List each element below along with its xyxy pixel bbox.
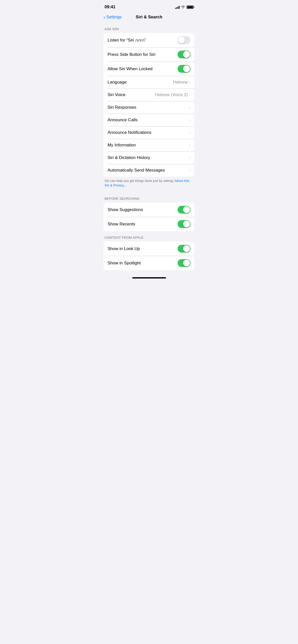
allow-when-locked-label: Allow Siri When Locked xyxy=(108,66,178,71)
allow-when-locked-row[interactable]: Allow Siri When Locked xyxy=(104,62,194,76)
siri-dictation-history-row[interactable]: Siri & Dictation History › xyxy=(104,151,194,164)
toggle-knob xyxy=(183,260,190,266)
show-in-look-up-label: Show in Look Up xyxy=(108,246,178,251)
signal-bar-2 xyxy=(176,7,177,9)
toggle-knob xyxy=(183,245,190,252)
show-suggestions-toggle[interactable] xyxy=(178,206,190,214)
signal-bars-icon xyxy=(175,6,180,9)
show-in-look-up-toggle[interactable] xyxy=(178,245,190,253)
content-from-apple-card: Show in Look Up Show in Spotlight xyxy=(104,242,194,270)
nav-header: ‹ Settings Siri & Search xyxy=(100,13,198,23)
battery-fill xyxy=(187,6,193,8)
show-suggestions-row[interactable]: Show Suggestions xyxy=(104,203,194,217)
toggle-knob xyxy=(178,37,185,44)
back-chevron-icon: ‹ xyxy=(104,14,105,20)
show-recents-label: Show Recents xyxy=(108,222,178,227)
language-row[interactable]: Language Hebrew › xyxy=(104,76,194,89)
language-chevron-icon: › xyxy=(189,80,190,84)
toggle-knob xyxy=(183,206,190,213)
auto-send-messages-row[interactable]: Automatically Send Messages › xyxy=(104,164,194,177)
ask-siri-card: Listen for “Siri היהה” Press Side Button… xyxy=(104,33,194,177)
auto-send-messages-label: Automatically Send Messages xyxy=(108,168,189,173)
show-suggestions-label: Show Suggestions xyxy=(108,207,178,212)
battery-icon xyxy=(187,6,193,9)
language-value: Hebrew xyxy=(173,80,188,85)
press-side-button-toggle[interactable] xyxy=(178,51,190,58)
ask-siri-footer: Siri can help you get things done just b… xyxy=(100,177,198,192)
announce-notifications-row[interactable]: Announce Notifications › xyxy=(104,126,194,139)
back-button[interactable]: ‹ Settings xyxy=(104,14,122,20)
siri-responses-label: Siri Responses xyxy=(108,105,189,110)
show-in-spotlight-toggle[interactable] xyxy=(178,259,190,267)
siri-voice-row[interactable]: Siri Voice Hebrew (Voice 2) › xyxy=(104,89,194,101)
my-information-row[interactable]: My Information › xyxy=(104,139,194,151)
show-in-spotlight-row[interactable]: Show in Spotlight xyxy=(104,256,194,270)
auto-send-messages-chevron-icon: › xyxy=(189,168,190,172)
language-label: Language xyxy=(108,80,173,85)
announce-calls-label: Announce Calls xyxy=(108,117,189,123)
siri-dictation-history-chevron-icon: › xyxy=(189,156,190,160)
section-header-before-searching: BEFORE SEARCHING xyxy=(100,192,198,203)
listen-for-siri-label: Listen for “Siri היהה” xyxy=(108,37,178,43)
siri-voice-label: Siri Voice xyxy=(108,92,155,97)
siri-dictation-history-label: Siri & Dictation History xyxy=(108,155,189,160)
siri-responses-row[interactable]: Siri Responses › xyxy=(104,101,194,114)
show-in-spotlight-label: Show in Spotlight xyxy=(108,261,178,266)
show-recents-row[interactable]: Show Recents xyxy=(104,217,194,231)
announce-calls-chevron-icon: › xyxy=(189,118,190,122)
announce-notifications-label: Announce Notifications xyxy=(108,130,189,135)
announce-calls-row[interactable]: Announce Calls › xyxy=(104,114,194,126)
siri-responses-chevron-icon: › xyxy=(189,105,190,109)
toggle-knob xyxy=(183,51,190,58)
show-in-look-up-row[interactable]: Show in Look Up xyxy=(104,242,194,256)
press-side-button-row[interactable]: Press Side Button for Siri xyxy=(104,47,194,62)
home-indicator xyxy=(100,275,198,279)
signal-bar-3 xyxy=(178,7,178,9)
wifi-icon xyxy=(181,6,185,9)
allow-when-locked-toggle[interactable] xyxy=(178,65,190,73)
before-searching-card: Show Suggestions Show Recents xyxy=(104,203,194,231)
my-information-label: My Information xyxy=(108,143,189,148)
toggle-knob xyxy=(183,221,190,227)
toggle-knob xyxy=(183,65,190,72)
siri-voice-chevron-icon: › xyxy=(189,93,190,97)
show-recents-toggle[interactable] xyxy=(178,220,190,228)
listen-for-siri-toggle[interactable] xyxy=(178,36,190,44)
home-indicator-bar xyxy=(132,277,166,278)
status-time: 09:41 xyxy=(105,5,115,10)
section-header-content-from-apple: CONTENT FROM APPLE xyxy=(100,231,198,242)
my-information-chevron-icon: › xyxy=(189,143,190,147)
status-bar: 09:41 xyxy=(100,0,198,13)
signal-bar-1 xyxy=(175,8,176,9)
announce-notifications-chevron-icon: › xyxy=(189,131,190,135)
press-side-button-label: Press Side Button for Siri xyxy=(108,52,178,57)
section-header-ask-siri: ASK SIRI xyxy=(100,23,198,33)
signal-bar-4 xyxy=(179,6,180,9)
status-icons xyxy=(175,6,193,9)
page-title: Siri & Search xyxy=(136,15,162,20)
listen-for-siri-row[interactable]: Listen for “Siri היהה” xyxy=(104,33,194,47)
siri-voice-value: Hebrew (Voice 2) xyxy=(155,92,188,97)
ask-siri-footer-text: Siri can help you get things done just b… xyxy=(105,179,174,183)
back-button-label: Settings xyxy=(106,15,122,20)
